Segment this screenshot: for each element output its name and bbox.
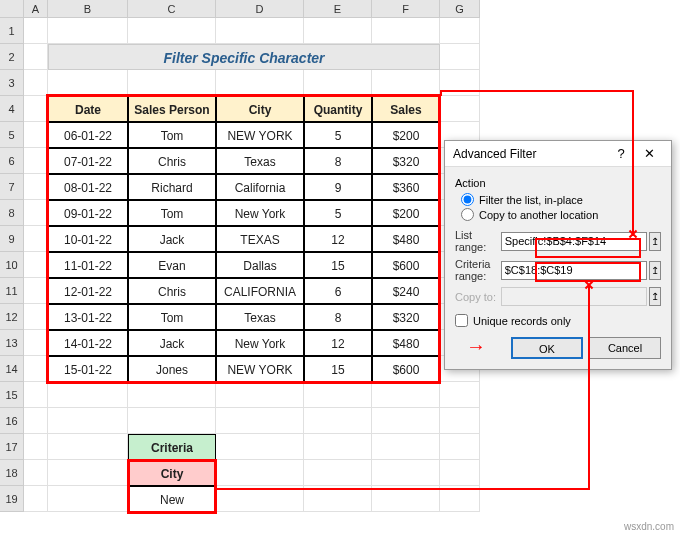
row-16[interactable]: 16 — [0, 408, 24, 434]
cell[interactable]: Dallas — [216, 252, 304, 278]
row-8[interactable]: 8 — [0, 200, 24, 226]
th-quantity[interactable]: Quantity — [304, 96, 372, 122]
help-button[interactable]: ? — [607, 143, 635, 165]
cell[interactable]: 5 — [304, 122, 372, 148]
cell[interactable]: 12 — [304, 330, 372, 356]
col-A[interactable]: A — [24, 0, 48, 18]
cell[interactable]: New York — [216, 200, 304, 226]
row-7[interactable]: 7 — [0, 174, 24, 200]
cell[interactable]: Evan — [128, 252, 216, 278]
cell[interactable]: NEW YORK — [216, 356, 304, 382]
cell[interactable]: 09-01-22 — [48, 200, 128, 226]
row-19[interactable]: 19 — [0, 486, 24, 512]
criteria-range-input[interactable] — [501, 261, 647, 280]
copy-to-picker-button[interactable]: ↥ — [649, 287, 661, 306]
cell[interactable]: 10-01-22 — [48, 226, 128, 252]
cell[interactable]: 15 — [304, 252, 372, 278]
cell[interactable]: $360 — [372, 174, 440, 200]
th-salesperson[interactable]: Sales Person — [128, 96, 216, 122]
cell[interactable]: 8 — [304, 304, 372, 330]
cell[interactable]: Tom — [128, 200, 216, 226]
cell[interactable]: 13-01-22 — [48, 304, 128, 330]
cell[interactable]: $200 — [372, 122, 440, 148]
cell[interactable]: $480 — [372, 330, 440, 356]
th-date[interactable]: Date — [48, 96, 128, 122]
col-C[interactable]: C — [128, 0, 216, 18]
cell[interactable]: 07-01-22 — [48, 148, 128, 174]
ok-button[interactable]: OK — [511, 337, 583, 359]
row-12[interactable]: 12 — [0, 304, 24, 330]
cell[interactable]: 14-01-22 — [48, 330, 128, 356]
criteria-range-picker-button[interactable]: ↥ — [649, 261, 661, 280]
cell[interactable]: CALIFORNIA — [216, 278, 304, 304]
cell[interactable]: 9 — [304, 174, 372, 200]
cell[interactable]: TEXAS — [216, 226, 304, 252]
row-5[interactable]: 5 — [0, 122, 24, 148]
close-button[interactable]: ✕ — [635, 143, 663, 165]
cell[interactable]: $600 — [372, 356, 440, 382]
radio-filter-inplace-input[interactable] — [461, 193, 474, 206]
cell[interactable]: $200 — [372, 200, 440, 226]
row-1[interactable]: 1 — [0, 18, 24, 44]
col-B[interactable]: B — [48, 0, 128, 18]
row-10[interactable]: 10 — [0, 252, 24, 278]
row-2[interactable]: 2 — [0, 44, 24, 70]
th-sales[interactable]: Sales — [372, 96, 440, 122]
cell[interactable]: 06-01-22 — [48, 122, 128, 148]
cell[interactable]: California — [216, 174, 304, 200]
cell[interactable]: Chris — [128, 148, 216, 174]
col-F[interactable]: F — [372, 0, 440, 18]
cell[interactable]: $320 — [372, 148, 440, 174]
cell[interactable]: Jack — [128, 226, 216, 252]
col-D[interactable]: D — [216, 0, 304, 18]
cell[interactable]: 15-01-22 — [48, 356, 128, 382]
radio-copy-location[interactable]: Copy to another location — [461, 208, 661, 221]
list-range-input[interactable] — [501, 232, 647, 251]
row-9[interactable]: 9 — [0, 226, 24, 252]
cell[interactable]: $600 — [372, 252, 440, 278]
cell[interactable]: 11-01-22 — [48, 252, 128, 278]
unique-records-input[interactable] — [455, 314, 468, 327]
cell[interactable]: 6 — [304, 278, 372, 304]
criteria-title[interactable]: Criteria — [128, 434, 216, 460]
cell[interactable]: $480 — [372, 226, 440, 252]
unique-records-checkbox[interactable]: Unique records only — [455, 314, 661, 327]
cell[interactable]: 12 — [304, 226, 372, 252]
th-city[interactable]: City — [216, 96, 304, 122]
row-18[interactable]: 18 — [0, 460, 24, 486]
row-4[interactable]: 4 — [0, 96, 24, 122]
cell[interactable]: $240 — [372, 278, 440, 304]
radio-copy-location-input[interactable] — [461, 208, 474, 221]
row-3[interactable]: 3 — [0, 70, 24, 96]
select-all-corner[interactable] — [0, 0, 24, 18]
cell[interactable]: 15 — [304, 356, 372, 382]
col-E[interactable]: E — [304, 0, 372, 18]
cell[interactable]: Texas — [216, 148, 304, 174]
cell[interactable]: Jack — [128, 330, 216, 356]
cell[interactable]: Tom — [128, 304, 216, 330]
list-range-picker-button[interactable]: ↥ — [649, 232, 661, 251]
row-6[interactable]: 6 — [0, 148, 24, 174]
cell[interactable]: $320 — [372, 304, 440, 330]
row-17[interactable]: 17 — [0, 434, 24, 460]
row-11[interactable]: 11 — [0, 278, 24, 304]
radio-filter-inplace[interactable]: Filter the list, in-place — [461, 193, 661, 206]
cell[interactable]: 12-01-22 — [48, 278, 128, 304]
cell[interactable]: New York — [216, 330, 304, 356]
cell[interactable]: Tom — [128, 122, 216, 148]
cell[interactable]: 08-01-22 — [48, 174, 128, 200]
cell[interactable]: NEW YORK — [216, 122, 304, 148]
row-14[interactable]: 14 — [0, 356, 24, 382]
cell[interactable]: Richard — [128, 174, 216, 200]
criteria-value[interactable]: New — [128, 486, 216, 512]
row-15[interactable]: 15 — [0, 382, 24, 408]
cell[interactable]: 8 — [304, 148, 372, 174]
row-13[interactable]: 13 — [0, 330, 24, 356]
cell[interactable]: Texas — [216, 304, 304, 330]
cancel-button[interactable]: Cancel — [589, 337, 661, 359]
cell[interactable]: Chris — [128, 278, 216, 304]
criteria-header[interactable]: City — [128, 460, 216, 486]
cell[interactable]: 5 — [304, 200, 372, 226]
col-G[interactable]: G — [440, 0, 480, 18]
cell[interactable]: Jones — [128, 356, 216, 382]
